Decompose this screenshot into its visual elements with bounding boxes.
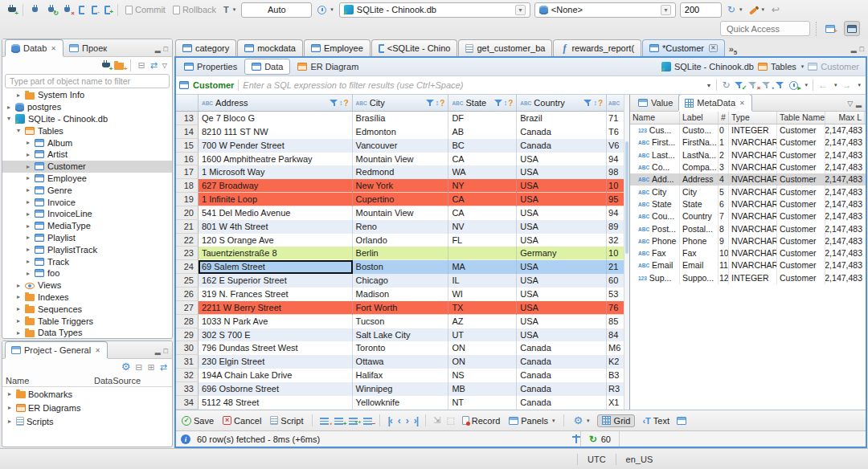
collapse-all-icon[interactable]: ⊟: [135, 362, 142, 373]
metadata-row-suppo[interactable]: 123Sup...Suppo...12INTEGERCustomer2,147,…: [630, 272, 866, 284]
grid-cell[interactable]: 95: [607, 193, 624, 206]
grid-cell[interactable]: Canada: [517, 396, 607, 410]
tab-er-diagram[interactable]: ER Diagram: [291, 59, 365, 75]
undo-button[interactable]: ↩: [770, 3, 781, 16]
table-row[interactable]: 22120 S Orange AveOrlandoFLUSA32: [176, 234, 624, 247]
save-button[interactable]: ✓Save: [180, 415, 215, 426]
row-number[interactable]: 18: [176, 179, 199, 193]
grid-cell[interactable]: New York: [353, 179, 449, 193]
grid-cell[interactable]: 700 W Pender Street: [199, 139, 353, 153]
grid-cell[interactable]: IL: [448, 274, 517, 288]
grid-cell[interactable]: 76: [607, 301, 624, 315]
grid-cell[interactable]: 541 Del Medio Avenue: [199, 206, 353, 220]
table-row[interactable]: 161600 Amphitheatre ParkwayMountain View…: [176, 153, 624, 166]
grid-cell[interactable]: 10: [607, 179, 624, 193]
twisty-icon[interactable]: ▾: [14, 127, 23, 134]
twisty-icon[interactable]: ▸: [14, 305, 23, 312]
grid-cell[interactable]: DF: [448, 112, 517, 125]
column-header-country[interactable]: ABCCountry↕?: [517, 95, 607, 111]
tree-item-playlisttrack[interactable]: ▸PlaylistTrack: [2, 243, 172, 255]
duplicate-row-icon[interactable]: ⁺⁺: [349, 418, 358, 425]
grid-cell[interactable]: 1 Microsoft Way: [199, 165, 353, 179]
previous-row-button[interactable]: ‹: [398, 415, 400, 426]
grid-view-toggle[interactable]: Grid: [597, 414, 636, 427]
grid-cell[interactable]: 71: [607, 112, 624, 125]
grid-cell[interactable]: 302 S 700 E: [199, 328, 353, 342]
meta-column-header-name[interactable]: Name: [630, 112, 680, 124]
grid-cell[interactable]: 162 E Superior Street: [199, 274, 353, 288]
tx-mode-select[interactable]: Auto: [241, 2, 312, 18]
twisty-icon[interactable]: ▸: [24, 210, 32, 218]
metadata-row-city[interactable]: ABCCityCity5NVARCHARCustomer2,147,483: [630, 186, 866, 198]
tree-item-data-types[interactable]: ▸Data Types: [2, 327, 172, 338]
meta-column-header-[interactable]: #: [719, 112, 729, 124]
dbeaver-perspective-button[interactable]: [844, 21, 860, 36]
panels-button[interactable]: Panels▾: [507, 415, 556, 426]
delete-row-icon[interactable]: −: [363, 418, 372, 425]
filter-icon[interactable]: [330, 99, 338, 107]
grid-cell[interactable]: 194A Chain Lake Drive: [199, 369, 353, 382]
table-row[interactable]: 15700 W Pender StreetVancouverBCCanadaV6: [176, 139, 624, 153]
table-row[interactable]: 30796 Dundas Street WestTorontoONCanadaM…: [176, 341, 624, 355]
project-item-scripts[interactable]: ▸Scripts: [2, 414, 172, 428]
grid-cell[interactable]: 5112 48 Street: [199, 396, 353, 410]
metadata-row-lastna[interactable]: ABCLast...LastNa...2NVARCHARCustomer2,14…: [630, 149, 866, 161]
grid-cell[interactable]: Cupertino: [353, 193, 449, 206]
grid-cell[interactable]: USA: [517, 165, 607, 179]
metadata-row-state[interactable]: ABCStateState6NVARCHARCustomer2,147,483: [630, 198, 866, 210]
minimize-icon[interactable]: ▂: [851, 45, 857, 53]
grid-cell[interactable]: ON: [448, 355, 517, 369]
grid-cell[interactable]: Vancouver: [353, 139, 449, 153]
grid-cell[interactable]: USA: [517, 328, 607, 342]
tree-item-foo[interactable]: ▸foo: [2, 267, 172, 279]
metadata-row-fax[interactable]: ABCFaxFax10NVARCHARCustomer2,147,483: [630, 247, 866, 259]
grid-cell[interactable]: 53: [607, 288, 624, 301]
grid-cell[interactable]: CA: [448, 153, 517, 166]
sort-icon[interactable]: ↕: [339, 99, 343, 107]
column-header-address[interactable]: ABCAddress↕?: [199, 95, 353, 111]
grid-cell[interactable]: 10: [607, 247, 624, 260]
meta-column-header-type[interactable]: Type: [729, 112, 777, 124]
twisty-icon[interactable]: ▸: [14, 317, 23, 324]
minimize-icon[interactable]: ▂: [155, 45, 161, 53]
forward-icon[interactable]: →: [841, 80, 851, 91]
view-menu-icon[interactable]: ▽: [847, 100, 853, 108]
grid-cell[interactable]: Qe 7 Bloco G: [199, 112, 353, 125]
row-number[interactable]: 16: [176, 153, 199, 166]
grid-cell[interactable]: USA: [517, 288, 607, 301]
next-row-button[interactable]: ›: [406, 415, 408, 426]
tree-item-mediatype[interactable]: ▸MediaType: [2, 220, 172, 232]
table-row[interactable]: 31230 Elgin StreetOttawaONCanadaK2: [176, 355, 624, 369]
navigator-filter-input[interactable]: Type part of object name to filter: [5, 74, 170, 88]
grid-cell[interactable]: Canada: [517, 139, 607, 153]
row-number[interactable]: 19: [176, 193, 199, 206]
editor-tab-sqlite-chino[interactable]: <SQLite - Chino: [371, 39, 458, 56]
quick-access-input[interactable]: [720, 21, 810, 36]
tree-item-sequences[interactable]: ▸Sequences: [2, 303, 172, 315]
twisty-icon[interactable]: ▾: [5, 115, 13, 122]
grid-cell[interactable]: 21: [607, 260, 624, 274]
grid-cell[interactable]: Winnipeg: [353, 382, 449, 396]
grid-cell[interactable]: NV: [448, 220, 517, 234]
filter-apply-icon[interactable]: ✓: [735, 81, 743, 89]
grid-cell[interactable]: NY: [448, 179, 517, 193]
column-header-datasource[interactable]: DataSource: [91, 375, 144, 386]
chevron-down-icon[interactable]: ▾: [801, 63, 805, 70]
grid-cell[interactable]: 94: [607, 206, 624, 220]
twisty-icon[interactable]: ▸: [14, 92, 23, 99]
filter-icon[interactable]: [583, 99, 592, 107]
new-folder-icon[interactable]: +: [114, 63, 124, 70]
grid-cell[interactable]: 8210 111 ST NW: [199, 125, 353, 139]
row-number[interactable]: 31: [176, 355, 199, 369]
grid-cell[interactable]: 1033 N Park Ave: [199, 315, 353, 328]
tx-history-button[interactable]: ▾: [316, 5, 335, 15]
grid-cell[interactable]: Boston: [353, 260, 449, 274]
filter-expression-input[interactable]: Enter a SQL expression to filter results…: [243, 80, 700, 90]
minimize-icon[interactable]: ▂: [155, 347, 161, 355]
row-number[interactable]: 17: [176, 165, 199, 179]
row-number[interactable]: 34: [176, 396, 199, 410]
metadata-row-compa[interactable]: ABCCo...Compa...3NVARCHARCustomer2,147,4…: [630, 161, 866, 173]
new-connection-button[interactable]: +: [5, 4, 17, 15]
twisty-icon[interactable]: ▸: [5, 104, 13, 111]
twisty-icon[interactable]: ▸: [6, 390, 14, 398]
